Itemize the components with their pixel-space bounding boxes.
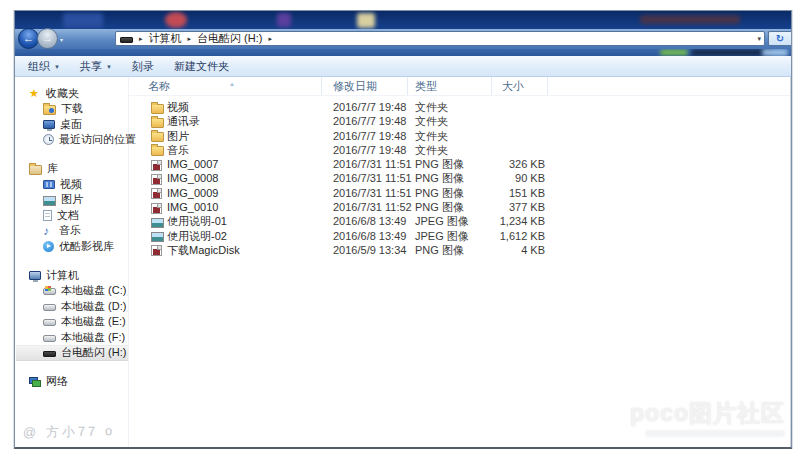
column-header-name[interactable]: 名称▲	[129, 77, 322, 95]
file-date-modified: 2016/7/31 11:51	[333, 186, 412, 200]
file-row[interactable]: IMG_00072016/7/31 11:51PNG 图像326 KB	[129, 157, 790, 171]
file-name: 下载MagicDisk	[167, 243, 240, 257]
window-content: 收藏夹下载桌面最近访问的位置库视频图片文档音乐优酷影视库计算机本地磁盘 (C:)…	[16, 77, 790, 447]
column-header-label: 名称	[148, 80, 170, 92]
sidebar-section-network-header[interactable]: 网络	[16, 374, 128, 390]
refresh-icon: ↻	[776, 33, 784, 44]
forward-button[interactable]: →	[37, 28, 58, 49]
toolbar-button-label: 组织	[28, 59, 50, 74]
recent-pages-dropdown[interactable]: ▾	[60, 36, 63, 43]
sidebar-item-label: 桌面	[60, 117, 82, 132]
refresh-button[interactable]: ↻	[768, 31, 791, 46]
file-type: PNG 图像	[415, 200, 464, 214]
back-button[interactable]: ←	[18, 28, 39, 49]
poco-watermark: poco图片社区	[630, 398, 785, 437]
videos-icon	[43, 180, 55, 189]
sidebar-section-label: 库	[47, 161, 58, 176]
downloads-folder-icon	[43, 105, 56, 115]
file-date-modified: 2016/7/7 19:48	[333, 100, 406, 114]
toolbar-button-share[interactable]: 共享▼	[80, 59, 112, 74]
sidebar-item-label: 图片	[61, 192, 83, 207]
toolbar-button-new-folder[interactable]: 新建文件夹	[174, 59, 229, 74]
file-date-modified: 2016/7/7 19:48	[333, 143, 406, 157]
sidebar-item-downloads[interactable]: 下载	[16, 101, 128, 117]
libraries-icon	[29, 165, 42, 175]
file-date-modified: 2016/7/7 19:48	[333, 114, 406, 128]
column-header-date-modified[interactable]: 修改日期	[322, 77, 408, 95]
file-type: 文件夹	[415, 100, 448, 114]
file-type: PNG 图像	[415, 157, 464, 171]
file-row[interactable]: IMG_00102016/7/31 11:52PNG 图像377 KB	[129, 200, 790, 214]
column-header-size[interactable]: 大小	[492, 77, 548, 95]
address-dropdown-icon[interactable]: ▾	[757, 35, 761, 43]
png-file-icon	[151, 174, 162, 185]
sidebar-section-network: 网络	[16, 374, 128, 390]
file-size: 90 KB	[459, 171, 545, 185]
taskbar-blur-light	[762, 49, 788, 56]
sidebar-section-computer-header[interactable]: 计算机	[16, 267, 128, 283]
sidebar-item-local-disk-e[interactable]: 本地磁盘 (E:)	[16, 314, 128, 330]
sidebar-section-favorites-header[interactable]: 收藏夹	[16, 85, 128, 101]
toolbar-button-burn[interactable]: 刻录	[132, 59, 154, 74]
computer-icon	[29, 271, 41, 280]
sidebar-item-local-disk-d[interactable]: 本地磁盘 (D:)	[16, 299, 128, 315]
command-toolbar: 组织▼共享▼刻录新建文件夹	[15, 56, 791, 77]
sidebar-item-videos[interactable]: 视频	[16, 177, 128, 193]
sidebar-item-teclast-usb-h[interactable]: 台电酷闪 (H:)	[16, 345, 128, 361]
sidebar-item-label: 下载	[61, 101, 83, 116]
file-row[interactable]: 下载MagicDisk2016/5/9 13:34PNG 图像4 KB	[129, 243, 790, 257]
file-size: 1,612 KB	[459, 229, 545, 243]
file-date-modified: 2016/5/9 13:34	[333, 243, 406, 257]
file-row[interactable]: 使用说明-012016/6/8 13:49JPEG 图像1,234 KB	[129, 214, 790, 228]
file-row[interactable]: 通讯录2016/7/7 19:48文件夹	[129, 114, 790, 128]
file-row[interactable]: IMG_00082016/7/31 11:51PNG 图像90 KB	[129, 171, 790, 185]
file-row[interactable]: 视频2016/7/7 19:48文件夹	[129, 100, 790, 114]
sidebar-item-documents[interactable]: 文档	[16, 208, 128, 224]
pictures-icon	[43, 196, 56, 206]
sidebar-item-music[interactable]: 音乐	[16, 223, 128, 239]
file-size: 1,234 KB	[459, 214, 545, 228]
breadcrumb-separator-icon: ▸	[135, 35, 147, 43]
file-date-modified: 2016/6/8 13:49	[333, 229, 406, 243]
sidebar-item-label: 本地磁盘 (E:)	[61, 314, 126, 329]
file-row[interactable]: 音乐2016/7/7 19:48文件夹	[129, 143, 790, 157]
youku-library-icon	[43, 241, 54, 252]
breadcrumb-item-computer[interactable]: 计算机	[147, 31, 184, 46]
file-row[interactable]: 图片2016/7/7 19:48文件夹	[129, 129, 790, 143]
sidebar-item-recent-places[interactable]: 最近访问的位置	[16, 132, 128, 148]
chevron-down-icon: ▼	[54, 64, 60, 70]
file-type: PNG 图像	[415, 186, 464, 200]
png-file-icon	[151, 203, 162, 214]
chevron-down-icon: ▼	[106, 64, 112, 70]
file-list-pane[interactable]: 名称▲修改日期类型大小 视频2016/7/7 19:48文件夹通讯录2016/7…	[129, 77, 790, 447]
sidebar-item-label: 文档	[57, 208, 79, 223]
sidebar-item-desktop[interactable]: 桌面	[16, 117, 128, 133]
drive-icon	[120, 37, 133, 43]
taskbar-blur-dark	[691, 49, 773, 56]
poco-watermark-tagline-blur	[645, 430, 785, 437]
usb-drive-icon	[43, 351, 56, 357]
sidebar-item-local-disk-c[interactable]: 本地磁盘 (C:)	[16, 283, 128, 299]
file-name: IMG_0009	[167, 186, 218, 200]
column-header-row: 名称▲修改日期类型大小	[129, 77, 790, 96]
sort-ascending-icon: ▲	[229, 75, 235, 93]
file-row[interactable]: IMG_00092016/7/31 11:51PNG 图像151 KB	[129, 186, 790, 200]
toolbar-button-organize[interactable]: 组织▼	[28, 59, 60, 74]
sidebar-item-local-disk-f[interactable]: 本地磁盘 (F:)	[16, 330, 128, 346]
breadcrumb[interactable]: ▸计算机▸台电酷闪 (H:)▸▾	[115, 31, 765, 46]
file-type: PNG 图像	[415, 171, 464, 185]
file-size: 377 KB	[459, 200, 545, 214]
sidebar-section-libraries-header[interactable]: 库	[16, 161, 128, 177]
sidebar-item-youku-library[interactable]: 优酷影视库	[16, 239, 128, 255]
file-rows: 视频2016/7/7 19:48文件夹通讯录2016/7/7 19:48文件夹图…	[129, 100, 790, 257]
title-bar[interactable]	[15, 11, 791, 29]
column-header-type[interactable]: 类型	[408, 77, 492, 95]
file-name: 使用说明-01	[167, 214, 227, 228]
column-header-label: 修改日期	[333, 80, 377, 92]
sidebar-section-libraries: 库视频图片文档音乐优酷影视库	[16, 161, 128, 255]
file-name: IMG_0010	[167, 200, 218, 214]
file-row[interactable]: 使用说明-022016/6/8 13:49JPEG 图像1,612 KB	[129, 229, 790, 243]
png-file-icon	[151, 188, 162, 199]
sidebar-item-pictures[interactable]: 图片	[16, 192, 128, 208]
breadcrumb-item-teclast-usb-h[interactable]: 台电酷闪 (H:)	[195, 31, 264, 46]
